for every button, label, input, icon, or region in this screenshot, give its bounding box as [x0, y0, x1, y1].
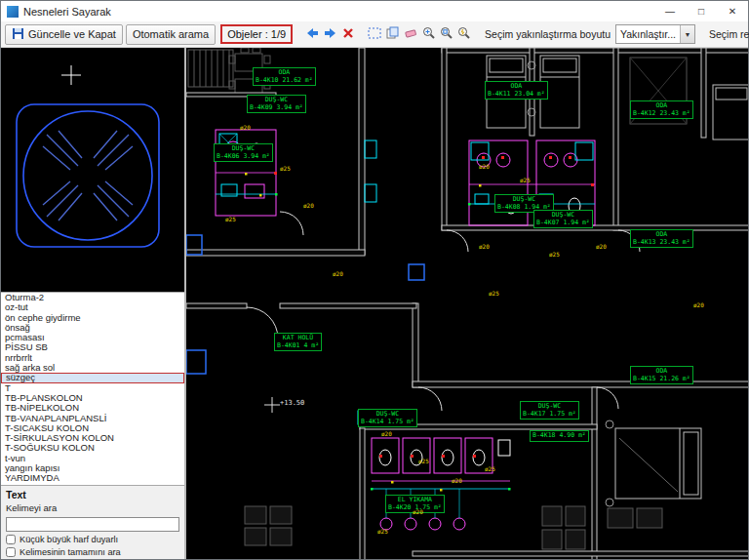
erase-button[interactable]	[403, 24, 418, 45]
pipe-size-label: ø25	[377, 528, 388, 535]
list-item[interactable]: sağ arka sol	[1, 363, 184, 373]
save-icon	[12, 27, 24, 42]
objects-counter: Objeler : 1/9	[220, 24, 293, 44]
room-label: DUŞ-WCB-4K06 3.94 m²	[214, 143, 273, 162]
arrow-right-icon	[324, 27, 337, 42]
text-section-header: Text	[6, 488, 179, 502]
room-label: DUŞ-WCB-4K17 1.75 m²	[520, 401, 579, 420]
list-item[interactable]: nrrbrrlt	[1, 353, 184, 363]
maximize-button[interactable]: □	[686, 1, 717, 21]
whole-word-row: Kelimesinin tamamını ara	[6, 547, 179, 557]
left-panel: Oturma-2oz-tutön cephe giydirmeönsağpcma…	[1, 48, 186, 559]
whole-word-checkbox[interactable]	[6, 547, 16, 557]
zoom-size-label: Seçim yakınlaştırma boyutu	[485, 28, 611, 40]
pipe-size-label: ø20	[413, 508, 423, 515]
copy-icon	[386, 26, 399, 42]
pipe-size-label: ø25	[489, 290, 499, 297]
list-item[interactable]: oz-tut	[1, 302, 184, 312]
list-item[interactable]: T	[1, 383, 184, 393]
list-item[interactable]: PİSSU SB	[1, 342, 184, 352]
pipe-size-label: ø25	[549, 251, 560, 258]
word-search-input[interactable]	[6, 517, 179, 532]
list-item[interactable]: pcmasası	[1, 333, 184, 342]
select-region-button[interactable]	[367, 24, 382, 45]
list-item[interactable]: T-SICAKSU KOLON	[1, 423, 184, 433]
arrow-left-icon	[305, 27, 319, 42]
chevron-down-icon: ▼	[680, 25, 694, 43]
window-title: Nesneleri Sayarak	[23, 6, 654, 18]
zoom-object-icon	[457, 26, 470, 42]
close-button[interactable]: ✕	[717, 1, 748, 21]
minimize-button[interactable]: —	[654, 1, 686, 21]
room-label: ODAB-4K13 23.43 m²	[630, 229, 693, 248]
pipe-size-label: ø25	[280, 165, 291, 172]
pipe-size-label: ø20	[452, 477, 462, 484]
list-item[interactable]: YARDIMYDA	[1, 473, 184, 483]
list-item[interactable]: yangın kapısı	[1, 463, 184, 473]
pipe-size-label: ø20	[240, 124, 251, 131]
update-close-label: Güncelle ve Kapat	[28, 28, 116, 40]
auto-search-button[interactable]: Otomatik arama	[126, 24, 216, 45]
zoom-size-value: Yakınlaştır...	[620, 28, 676, 40]
zoom-window-button[interactable]	[439, 24, 453, 45]
prev-object-button[interactable]	[304, 24, 320, 45]
zoom-object-button[interactable]	[456, 24, 471, 45]
room-label: ODAB-4K10 21.62 m²	[253, 67, 316, 86]
pipe-size-label: ø25	[520, 177, 531, 183]
list-item[interactable]: t-vun	[1, 454, 184, 463]
list-item[interactable]: Oturma-2	[1, 293, 184, 302]
elevation-marker: +13.50	[280, 399, 304, 407]
room-label: DUŞ-WCB-4K14 1.75 m²	[358, 409, 417, 427]
update-close-button[interactable]: Güncelle ve Kapat	[5, 24, 123, 45]
zoom-in-button[interactable]	[421, 24, 436, 45]
pipe-size-label: ø20	[333, 270, 343, 277]
pipe-size-label: ø25	[485, 465, 495, 472]
copy-button[interactable]	[385, 24, 400, 45]
delete-object-button[interactable]	[341, 24, 355, 45]
zoom-window-icon	[440, 26, 453, 42]
word-search-label: Kelimeyi ara	[6, 502, 179, 513]
room-label: DUŞ-WCB-4K09 3.94 m²	[247, 95, 306, 113]
pipe-size-label: ø25	[418, 458, 429, 464]
auto-search-label: Otomatik arama	[133, 28, 209, 40]
red-x-icon	[342, 27, 354, 42]
drain-symbol-drawing	[1, 48, 186, 292]
cad-label-overlay: ODAB-4K10 21.62 m²DUŞ-WCB-4K09 3.94 m²DU…	[186, 48, 748, 559]
toolbar: Güncelle ve Kapat Otomatik arama Objeler…	[1, 21, 748, 48]
room-label: B-4K18 4.90 m²	[530, 430, 589, 442]
case-sensitive-row: Küçük büyük harf duyarlı	[6, 535, 179, 544]
list-item[interactable]: T-SİRKULASYON KOLON	[1, 433, 184, 443]
symbol-preview	[1, 48, 184, 292]
next-object-button[interactable]	[323, 24, 338, 45]
dashed-selection-icon	[368, 27, 381, 42]
pipe-size-label: ø20	[303, 202, 314, 209]
pipe-size-label: ø20	[479, 243, 490, 250]
list-item[interactable]: TB-NİPELKOLON	[1, 403, 184, 413]
pipe-size-label: ø20	[479, 163, 490, 170]
case-sensitive-label: Küçük büyük harf duyarlı	[20, 535, 118, 544]
zoom-in-icon	[422, 26, 435, 42]
room-label: ODAB-4K11 23.04 m²	[485, 81, 548, 100]
whole-word-label: Kelimesinin tamamını ara	[20, 547, 121, 557]
list-item[interactable]: önsağ	[1, 323, 184, 333]
list-item[interactable]: TB-PLANSKOLON	[1, 393, 184, 403]
pipe-size-label: ø25	[225, 216, 236, 222]
list-item[interactable]: süzgeç	[1, 373, 184, 382]
case-sensitive-checkbox[interactable]	[6, 535, 16, 544]
app-icon	[7, 6, 19, 18]
selection-color-label: Seçim rengi	[709, 28, 749, 40]
app-window: Nesneleri Sayarak — □ ✕ Güncelle ve Kapa…	[0, 0, 749, 560]
list-item[interactable]: TB-VANAPLANPLANSLİ	[1, 414, 184, 423]
list-item[interactable]: T-SOĞUKSU KOLON	[1, 443, 184, 453]
cad-canvas[interactable]: ODAB-4K10 21.62 m²DUŞ-WCB-4K09 3.94 m²DU…	[186, 48, 748, 559]
list-item[interactable]: ön cephe giydirme	[1, 313, 184, 323]
main-area: Oturma-2oz-tutön cephe giydirmeönsağpcma…	[1, 48, 748, 559]
pipe-size-label: ø20	[596, 243, 607, 250]
room-label: ODAB-4K15 21.26 m²	[630, 366, 693, 384]
pipe-size-label: ø20	[693, 301, 704, 308]
pipe-size-label: ø20	[381, 430, 392, 437]
titlebar: Nesneleri Sayarak — □ ✕	[1, 1, 748, 21]
zoom-size-dropdown[interactable]: Yakınlaştır... ▼	[615, 24, 695, 44]
room-label: DUŞ-WCB-4K07 1.94 m²	[533, 210, 593, 228]
eraser-icon	[404, 27, 417, 42]
